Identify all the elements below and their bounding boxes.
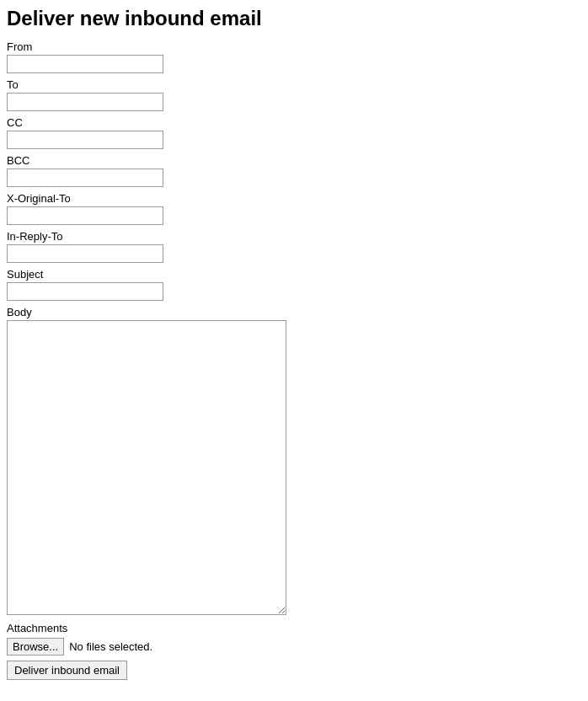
from-input[interactable] xyxy=(7,55,163,73)
page-title: Deliver new inbound email xyxy=(7,7,581,30)
x-original-to-field-group: X-Original-To xyxy=(7,192,581,225)
bcc-label: BCC xyxy=(7,154,581,167)
deliver-inbound-email-button[interactable]: Deliver inbound email xyxy=(7,661,127,680)
to-label: To xyxy=(7,78,581,91)
attachments-label: Attachments xyxy=(7,622,581,634)
body-field-group: Body xyxy=(7,306,581,615)
in-reply-to-field-group: In-Reply-To xyxy=(7,230,581,263)
browse-button[interactable]: Browse... xyxy=(7,638,64,656)
to-field-group: To xyxy=(7,78,581,111)
in-reply-to-label: In-Reply-To xyxy=(7,230,581,243)
from-label: From xyxy=(7,40,581,53)
subject-field-group: Subject xyxy=(7,268,581,301)
bcc-field-group: BCC xyxy=(7,154,581,187)
in-reply-to-input[interactable] xyxy=(7,244,163,263)
from-field-group: From xyxy=(7,40,581,73)
file-row: Browse... No files selected. xyxy=(7,638,581,656)
x-original-to-input[interactable] xyxy=(7,206,163,225)
x-original-to-label: X-Original-To xyxy=(7,192,581,205)
body-label: Body xyxy=(7,306,581,318)
bcc-input[interactable] xyxy=(7,169,163,187)
subject-input[interactable] xyxy=(7,282,163,301)
subject-label: Subject xyxy=(7,268,581,281)
attachments-section: Attachments Browse... No files selected. xyxy=(7,622,581,656)
body-textarea[interactable] xyxy=(7,320,286,615)
to-input[interactable] xyxy=(7,93,163,111)
no-files-text: No files selected. xyxy=(69,640,152,653)
cc-label: CC xyxy=(7,116,581,129)
cc-field-group: CC xyxy=(7,116,581,149)
cc-input[interactable] xyxy=(7,131,163,149)
